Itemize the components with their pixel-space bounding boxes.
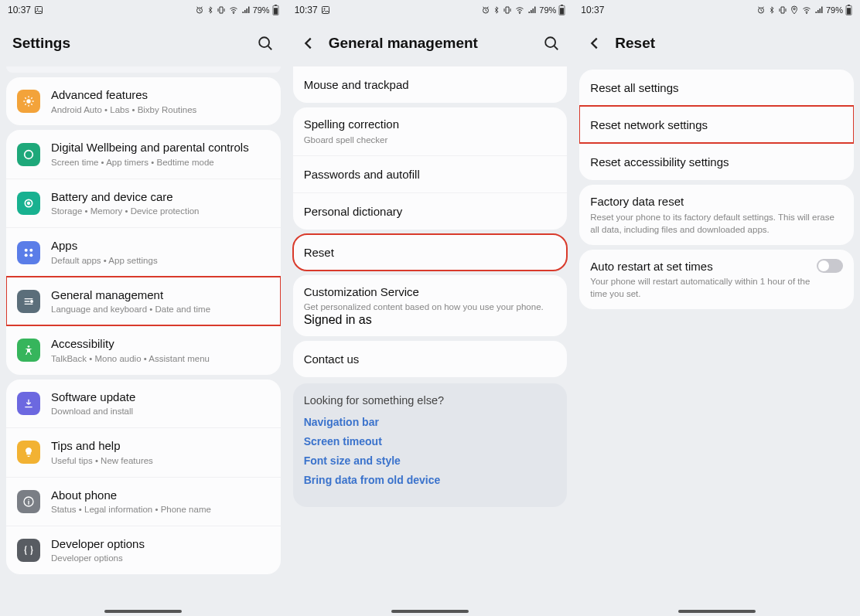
item-general-management[interactable]: General management Language and keyboard…: [6, 277, 281, 325]
bluetooth-icon: [493, 5, 500, 15]
bluetooth-icon: [206, 5, 214, 15]
item-reset[interactable]: Reset: [293, 234, 568, 271]
svg-point-13: [29, 248, 32, 251]
item-factory-reset[interactable]: Factory data reset Reset your phone to i…: [579, 185, 854, 245]
svg-rect-25: [560, 8, 564, 14]
svg-point-1: [37, 9, 39, 10]
item-reset-accessibility[interactable]: Reset accessibility settings: [579, 143, 854, 180]
link-bring-data[interactable]: Bring data from old device: [304, 474, 557, 486]
wellbeing-icon: [17, 143, 40, 166]
nav-pill[interactable]: [391, 610, 469, 613]
item-auto-restart[interactable]: Auto restart at set times Your phone wil…: [579, 250, 854, 310]
screen-settings: 10:37 79% Settings Advanced f: [0, 0, 287, 616]
page-title: Reset: [615, 35, 848, 52]
screen-reset: 10:37 79% Reset Reset all settings Reset…: [573, 0, 860, 616]
svg-point-20: [323, 9, 325, 10]
screen-general-management: 10:37 79% General management Mouse and t…: [287, 0, 574, 616]
status-bar: 10:37 79%: [573, 0, 860, 20]
battery-text: 79%: [253, 5, 270, 15]
item-reset-network[interactable]: Reset network settings: [579, 106, 854, 143]
settings-group-1: Advanced features Android Auto • Labs • …: [6, 77, 281, 125]
alarm-icon: [481, 5, 490, 15]
svg-point-7: [259, 37, 269, 47]
item-title: Auto restart at set times: [590, 259, 811, 274]
item-passwords-autofill[interactable]: Passwords and autofill: [293, 155, 568, 192]
braces-icon: [17, 539, 40, 562]
settings-group-3: Software update Download and install Tip…: [6, 379, 281, 575]
item-mouse-trackpad[interactable]: Mouse and trackpad: [293, 66, 568, 103]
general-management-icon: [17, 290, 40, 313]
svg-point-12: [25, 248, 28, 251]
svg-rect-19: [322, 7, 329, 14]
alarm-icon: [756, 5, 766, 15]
back-button[interactable]: [585, 34, 604, 53]
item-title: Software update: [51, 390, 270, 405]
back-button[interactable]: [299, 34, 318, 53]
svg-rect-31: [848, 5, 850, 5]
link-font-size[interactable]: Font size and style: [304, 454, 557, 467]
item-sub: Reset your phone to its factory default …: [590, 211, 843, 236]
battery-text: 79%: [539, 5, 556, 15]
item-sub: Default apps • App settings: [51, 255, 270, 267]
item-digital-wellbeing[interactable]: Digital Wellbeing and parental controls …: [6, 130, 281, 178]
search-button[interactable]: [256, 34, 275, 53]
wifi-icon: [801, 5, 812, 15]
item-battery-device-care[interactable]: Battery and device care Storage • Memory…: [6, 179, 281, 227]
device-care-icon: [17, 192, 40, 215]
nav-pill[interactable]: [104, 610, 182, 613]
svg-rect-6: [274, 8, 278, 14]
item-title: About phone: [51, 488, 270, 503]
item-customization-service[interactable]: Customization Service Get personalized c…: [293, 275, 568, 337]
auto-restart-toggle[interactable]: [817, 259, 843, 273]
bluetooth-icon: [768, 5, 776, 15]
battery-icon: [272, 5, 279, 15]
item-spelling-correction[interactable]: Spelling correction Gboard spell checker: [293, 107, 568, 155]
gear-star-icon: [17, 90, 40, 113]
search-icon: [257, 35, 274, 52]
svg-point-28: [793, 8, 796, 10]
chevron-left-icon: [586, 35, 603, 52]
item-title: General management: [51, 288, 270, 303]
item-software-update[interactable]: Software update Download and install: [6, 379, 281, 427]
link-screen-timeout[interactable]: Screen timeout: [304, 435, 557, 448]
item-sub: Android Auto • Labs • Bixby Routines: [51, 104, 270, 116]
item-personal-dictionary[interactable]: Personal dictionary: [293, 192, 568, 230]
svg-rect-32: [847, 8, 851, 14]
svg-point-22: [520, 13, 520, 14]
item-sub: Get personalized content based on how yo…: [304, 301, 557, 313]
wifi-icon: [514, 5, 525, 15]
svg-point-11: [28, 202, 30, 205]
footer-suggestions: Looking for something else? Navigation b…: [293, 383, 568, 507]
item-title: Factory data reset: [590, 194, 843, 209]
vibrate-icon: [503, 5, 512, 15]
svg-rect-0: [36, 7, 43, 14]
picture-icon: [321, 5, 330, 15]
search-icon: [543, 35, 560, 52]
link-navigation-bar[interactable]: Navigation bar: [304, 416, 557, 428]
item-title: Digital Wellbeing and parental controls: [51, 140, 270, 155]
item-tips-help[interactable]: Tips and help Useful tips • New features: [6, 427, 281, 476]
item-title: Apps: [51, 238, 270, 254]
alarm-icon: [195, 5, 204, 15]
svg-point-9: [25, 150, 33, 158]
item-sub: Your phone will restart automatically wi…: [590, 275, 811, 300]
item-accessibility[interactable]: Accessibility TalkBack • Mono audio • As…: [6, 325, 281, 374]
apps-icon: [17, 241, 40, 264]
header: Reset: [573, 20, 860, 66]
nav-pill[interactable]: [678, 610, 756, 613]
status-time: 10:37: [8, 5, 31, 15]
item-reset-all[interactable]: Reset all settings: [579, 70, 854, 106]
item-developer-options[interactable]: Developer options Developer options: [6, 526, 281, 574]
item-sub: Screen time • App timers • Bedtime mode: [51, 157, 270, 168]
item-apps[interactable]: Apps Default apps • App settings: [6, 227, 281, 276]
location-icon: [790, 5, 799, 15]
item-sub: Language and keyboard • Date and time: [51, 304, 270, 315]
search-button[interactable]: [542, 34, 561, 53]
item-link: Signed in as: [304, 313, 557, 327]
item-contact-us[interactable]: Contact us: [293, 341, 568, 377]
item-about-phone[interactable]: About phone Status • Legal information •…: [6, 477, 281, 526]
item-advanced-features[interactable]: Advanced features Android Auto • Labs • …: [6, 77, 281, 125]
status-time: 10:37: [581, 5, 604, 15]
chevron-left-icon: [300, 35, 317, 52]
battery-icon: [558, 5, 565, 15]
